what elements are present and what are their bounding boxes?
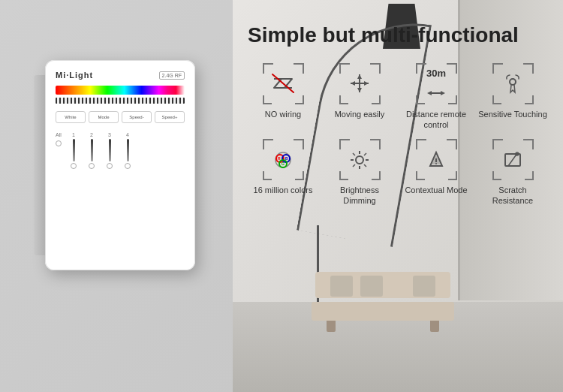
svg-point-34 <box>435 163 437 164</box>
feature-moving-easily: Moving easily <box>324 63 395 131</box>
sofa <box>315 272 450 332</box>
contextual-icon-box <box>416 139 457 180</box>
feature-scratch-resistance: Scratch Resistance <box>477 139 548 207</box>
feature-distance-remote: 30m Distance remote control <box>401 63 471 131</box>
svg-line-30 <box>353 164 355 167</box>
pillow-center <box>360 276 383 297</box>
svg-text:G: G <box>282 161 285 166</box>
zone-all-label: All <box>56 132 62 137</box>
distance-icon-box: 30m <box>416 63 457 104</box>
sofa-leg-right <box>430 321 439 332</box>
milight-device: Mi·Light 2.4G RF White Mode Speed- Speed… <box>45 60 195 270</box>
scratch-resistance-label: Scratch Resistance <box>477 185 548 207</box>
feature-sensitive-touching: Sensitive Touching <box>477 63 548 131</box>
feature-16million-colors: R B G 16 million colors <box>248 139 318 207</box>
brightness-bar <box>56 98 185 104</box>
features-section: Simple but multi-functional NO wiring <box>248 23 548 207</box>
svg-point-22 <box>356 156 363 164</box>
svg-marker-8 <box>357 88 362 92</box>
no-wiring-icon <box>271 71 295 95</box>
colors-icon-box: R B G <box>263 139 304 180</box>
zone-all-button[interactable] <box>56 140 62 146</box>
zone-4-control: 4 <box>125 132 131 169</box>
svg-line-36 <box>508 155 516 166</box>
zone-1-button[interactable] <box>71 163 77 169</box>
svg-line-4 <box>272 74 294 92</box>
speed-plus-button[interactable]: Speed+ <box>155 111 185 123</box>
feature-no-wiring: NO wiring <box>248 63 318 131</box>
sofa-legs <box>323 321 443 332</box>
moving-easily-label: Moving easily <box>335 109 385 119</box>
svg-text:B: B <box>285 156 288 161</box>
zone-4-button[interactable] <box>125 163 131 169</box>
no-wiring-label: NO wiring <box>265 109 301 119</box>
svg-line-27 <box>353 153 355 155</box>
headline: Simple but multi-functional <box>248 23 548 48</box>
colors-icon: R B G <box>271 148 295 172</box>
scratch-icon <box>501 148 525 172</box>
touch-icon-box <box>492 63 534 104</box>
svg-text:R: R <box>278 156 281 161</box>
move-icon <box>348 71 372 95</box>
no-wiring-icon-box <box>263 63 304 104</box>
distance-value: 30m <box>426 68 446 79</box>
zone-2-button[interactable] <box>89 163 95 169</box>
zone-3-button[interactable] <box>107 163 113 169</box>
distance-remote-label: Distance remote control <box>401 109 471 131</box>
contextual-mode-label: Contextual Mode <box>405 185 467 195</box>
sofa-leg-left <box>327 321 336 332</box>
svg-line-28 <box>364 164 366 167</box>
brightness-icon-box <box>339 139 381 180</box>
scratch-icon-box <box>492 139 534 180</box>
zone-2-control: 2 <box>89 132 95 169</box>
features-grid: NO wiring Moving easily 30m <box>248 63 548 207</box>
svg-marker-10 <box>364 81 369 86</box>
feature-contextual-mode: Contextual Mode <box>401 139 471 207</box>
brand-name: Mi·Light <box>56 71 93 80</box>
contextual-icon <box>424 148 448 172</box>
pillow-right <box>413 276 435 297</box>
sensitive-touching-label: Sensitive Touching <box>478 109 547 119</box>
brightness-dimming-label: Brightness Dimming <box>324 185 395 207</box>
svg-marker-7 <box>357 74 362 79</box>
mode-button[interactable]: Mode <box>89 111 119 123</box>
svg-line-29 <box>364 153 366 155</box>
white-button[interactable]: White <box>56 111 86 123</box>
zone-1-control: 1 <box>71 132 77 169</box>
mode-buttons-row: White Mode Speed- Speed+ <box>56 111 185 123</box>
touch-icon <box>501 71 525 95</box>
svg-marker-13 <box>441 91 445 95</box>
colors-label: 16 million colors <box>254 185 313 195</box>
sofa-seat <box>312 302 454 321</box>
device-header: Mi·Light 2.4G RF <box>56 71 185 80</box>
pillow-left <box>330 276 353 297</box>
color-spectrum-bar <box>56 86 185 95</box>
rf-badge: 2.4G RF <box>159 71 185 80</box>
svg-marker-9 <box>351 81 355 86</box>
moving-easily-icon-box <box>339 63 381 104</box>
speed-minus-button[interactable]: Speed- <box>122 111 152 123</box>
zone-3-control: 3 <box>107 132 113 169</box>
brightness-icon <box>348 148 372 172</box>
svg-marker-12 <box>427 91 432 95</box>
svg-point-14 <box>510 79 516 85</box>
feature-brightness-dimming: Brightness Dimming <box>324 139 395 207</box>
distance-icon <box>424 77 448 101</box>
